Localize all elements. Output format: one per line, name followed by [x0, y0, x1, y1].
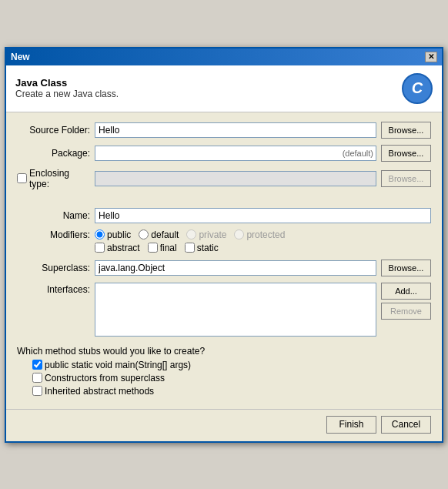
name-row: Name:	[17, 208, 431, 223]
package-browse-button[interactable]: Browse...	[381, 145, 431, 162]
source-folder-browse-button[interactable]: Browse...	[381, 122, 431, 139]
enclosing-type-row: Enclosing type: Browse...	[17, 168, 431, 189]
dialog-footer: Finish Cancel	[6, 409, 442, 441]
modifiers-label: Modifiers:	[17, 229, 90, 240]
finish-button[interactable]: Finish	[326, 416, 376, 434]
stub-constructors[interactable]: Constructors from superclass	[32, 373, 431, 383]
name-input[interactable]	[95, 208, 431, 223]
interfaces-row: Interfaces: Add... Remove	[17, 283, 431, 337]
stubs-section: Which method stubs would you like to cre…	[17, 346, 431, 397]
enclosing-type-checkbox[interactable]	[17, 173, 27, 183]
enclosing-type-label[interactable]: Enclosing type:	[17, 168, 90, 189]
modifier-protected[interactable]: protected	[234, 229, 285, 240]
title-bar-title: New	[11, 52, 30, 62]
modifiers-group: public default private protected	[95, 229, 285, 253]
header-text: Java Class Create a new Java class.	[15, 77, 119, 99]
interfaces-textarea[interactable]	[95, 283, 376, 337]
dialog-body: Source Folder: Browse... Package: (defau…	[6, 112, 442, 406]
title-bar: New ✕	[6, 49, 442, 65]
superclass-row: Superclass: Browse...	[17, 260, 431, 276]
interfaces-remove-button: Remove	[381, 303, 431, 320]
interfaces-buttons: Add... Remove	[381, 283, 431, 320]
modifier-public[interactable]: public	[95, 229, 131, 240]
modifier-private[interactable]: private	[186, 229, 226, 240]
enclosing-type-browse-button: Browse...	[381, 170, 431, 187]
header-subtitle: Create a new Java class.	[15, 89, 119, 99]
package-row: Package: (default) Browse...	[17, 145, 431, 162]
superclass-label: Superclass:	[17, 263, 90, 273]
modifier-final[interactable]: final	[148, 243, 177, 253]
source-folder-label: Source Folder:	[17, 125, 90, 136]
package-input-wrapper: (default)	[95, 146, 376, 161]
stub-main[interactable]: public static void main(String[] args)	[32, 360, 431, 370]
package-input[interactable]	[95, 146, 376, 161]
stubs-list: public static void main(String[] args) C…	[17, 360, 431, 397]
source-folder-row: Source Folder: Browse...	[17, 122, 431, 139]
cancel-button[interactable]: Cancel	[381, 416, 431, 434]
java-icon: C	[402, 73, 433, 104]
modifier-static[interactable]: static	[185, 243, 219, 253]
new-java-class-dialog: New ✕ Java Class Create a new Java class…	[5, 47, 443, 443]
header-title: Java Class	[15, 77, 119, 89]
interfaces-add-button[interactable]: Add...	[381, 283, 431, 300]
modifiers-row: Modifiers: public default private	[17, 229, 431, 253]
stub-inherited[interactable]: Inherited abstract methods	[32, 386, 431, 397]
source-folder-input[interactable]	[95, 122, 376, 138]
superclass-input[interactable]	[95, 260, 376, 276]
interfaces-label: Interfaces:	[17, 284, 90, 295]
enclosing-type-input	[95, 171, 376, 186]
superclass-browse-button[interactable]: Browse...	[381, 260, 431, 276]
dialog-header: Java Class Create a new Java class. C	[6, 65, 442, 112]
modifier-abstract[interactable]: abstract	[95, 243, 140, 253]
close-button[interactable]: ✕	[425, 52, 437, 62]
other-modifiers-group: abstract final static	[95, 243, 285, 253]
package-label: Package:	[17, 148, 90, 159]
enclosing-type-text: Enclosing type:	[29, 168, 90, 189]
name-label: Name:	[17, 210, 90, 221]
stubs-question: Which method stubs would you like to cre…	[17, 346, 431, 357]
modifier-default[interactable]: default	[139, 229, 179, 240]
access-modifiers-group: public default private protected	[95, 229, 285, 240]
